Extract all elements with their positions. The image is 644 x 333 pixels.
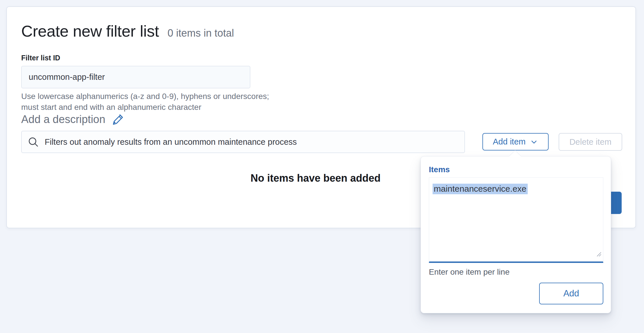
page-header: Create new filter list 0 items in total	[21, 21, 234, 41]
add-description-link[interactable]: Add a description	[21, 113, 125, 126]
add-item-popover: Items maintenanceservice.exe Enter one i…	[421, 156, 611, 313]
item-search-field	[21, 131, 465, 153]
add-description-label: Add a description	[21, 113, 105, 126]
filter-list-id-input[interactable]	[21, 66, 250, 88]
items-help-text: Enter one item per line	[429, 267, 510, 277]
page-title: Create new filter list	[21, 21, 159, 41]
filter-list-id-help: Use lowercase alphanumerics (a-z and 0-9…	[21, 91, 269, 113]
add-item-label: Add item	[493, 137, 525, 146]
filter-list-id-label: Filter list ID	[21, 54, 60, 62]
add-item-button[interactable]: Add item	[482, 133, 549, 150]
help-line-1: Use lowercase alphanumerics (a-z and 0-9…	[21, 91, 269, 102]
pencil-icon	[113, 114, 125, 126]
popover-add-button[interactable]: Add	[539, 283, 603, 304]
delete-item-label: Delete item	[570, 137, 612, 147]
chevron-down-icon	[530, 138, 538, 146]
items-count-text: 0 items in total	[168, 27, 234, 39]
items-textarea-selected-text: maintenanceservice.exe	[433, 184, 528, 194]
item-search-input[interactable]	[21, 131, 465, 153]
popover-add-label: Add	[563, 288, 579, 299]
resize-handle-icon[interactable]	[596, 249, 602, 260]
items-textarea[interactable]: maintenanceservice.exe	[429, 177, 603, 263]
delete-item-button[interactable]: Delete item	[559, 133, 622, 151]
items-label: Items	[429, 165, 450, 174]
help-line-2: must start and end with an alphanumeric …	[21, 102, 269, 113]
